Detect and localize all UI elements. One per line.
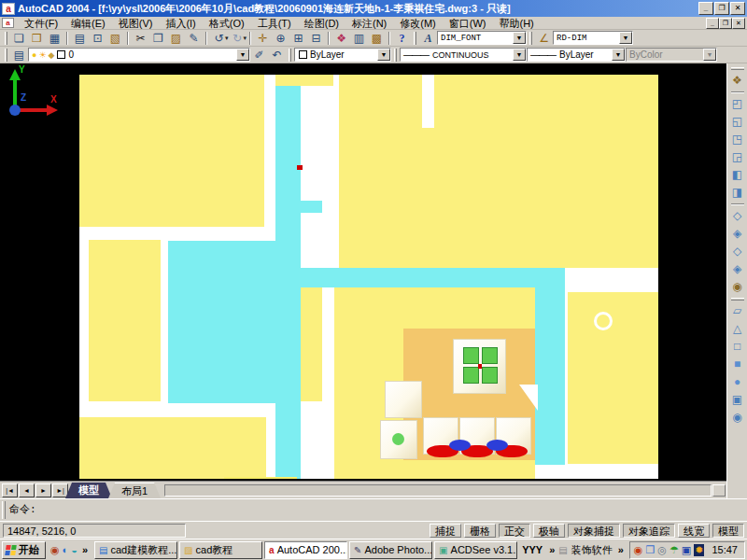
side-table[interactable] <box>380 420 417 459</box>
combo-arrow-icon[interactable]: ▼ <box>513 32 526 44</box>
doc-restore-button[interactable]: ❐ <box>719 18 732 29</box>
room-top-left[interactable] <box>79 75 264 227</box>
menu-draw[interactable]: 绘图(D) <box>298 17 345 30</box>
linetype-combo[interactable]: ——— CONTINUOUS ▼ <box>400 48 527 62</box>
open-icon[interactable]: ❒ <box>28 31 46 46</box>
named-views-icon[interactable]: ❖ <box>728 72 746 90</box>
paste-icon[interactable]: ▨ <box>167 31 185 46</box>
deco-toolbar-label[interactable]: 装饰软件 <box>570 543 614 557</box>
dim-style-combo[interactable]: RD-DIM ▼ <box>553 31 633 45</box>
view-sw-isometric-icon[interactable]: ◇ <box>728 207 746 225</box>
view-front-icon[interactable]: ◧ <box>728 166 746 184</box>
task-cad-modeling-tutorial[interactable]: ▤ cad建模教程... <box>94 541 177 559</box>
tray-1-icon[interactable]: ◉ <box>634 544 643 556</box>
color-control-combo[interactable]: ByLayer ▼ <box>294 48 391 62</box>
shade-flat-icon[interactable]: ■ <box>728 356 746 373</box>
room-bottom-left[interactable] <box>79 417 266 479</box>
task-autocad[interactable]: a AutoCAD 200... <box>264 541 347 559</box>
menu-modify[interactable]: 修改(M) <box>393 17 443 30</box>
toolbar-grip[interactable] <box>529 32 532 45</box>
lineweight-toggle[interactable]: 线宽 <box>678 524 710 538</box>
view-bottom-icon[interactable]: ◱ <box>728 113 746 131</box>
camera-icon[interactable]: ◉ <box>728 278 746 296</box>
cyan-strip-right[interactable] <box>535 287 565 465</box>
menu-view[interactable]: 视图(V) <box>112 17 160 30</box>
task-adobe-photoshop[interactable]: ✎ Adobe Photo... <box>349 541 432 559</box>
view-top-icon[interactable]: ◰ <box>728 95 746 113</box>
combo-arrow-icon[interactable]: ▼ <box>236 49 249 61</box>
shade-flat-edges-icon[interactable]: ▣ <box>728 391 746 409</box>
toolbar-grip[interactable] <box>394 49 397 62</box>
dim-style-icon[interactable]: ∠ <box>535 31 553 46</box>
chevron-icon[interactable]: » <box>80 544 90 555</box>
plot-icon[interactable]: ▤ <box>71 31 89 46</box>
model-space-toggle[interactable]: 模型 <box>712 524 744 538</box>
cyan-hall[interactable] <box>168 241 275 403</box>
tab-nav-next[interactable]: ► <box>35 483 51 497</box>
layer-on-bulb-icon[interactable]: ● <box>32 50 36 60</box>
shade-hidden-icon[interactable]: □ <box>728 338 746 356</box>
layer-manager-icon[interactable]: ▤ <box>10 48 28 63</box>
menu-dimension[interactable]: 标注(N) <box>345 17 393 30</box>
osnap-toggle[interactable]: 对象捕捉 <box>568 524 620 538</box>
task-cad-tutorial-folder[interactable]: ▨ cad教程 <box>179 541 262 559</box>
corridor-stub[interactable] <box>301 201 322 213</box>
command-window[interactable]: 命令: <box>0 498 747 521</box>
ortho-toggle[interactable]: 正交 <box>499 524 530 538</box>
combo-arrow-icon[interactable]: ▼ <box>612 49 625 61</box>
coordinate-display[interactable]: 14847, 5216, 0 <box>3 524 186 538</box>
toolbar-grip[interactable] <box>731 67 744 70</box>
menu-insert[interactable]: 插入(I) <box>159 17 202 30</box>
shade-3d-wireframe-icon[interactable]: △ <box>728 320 746 338</box>
room-mid-left[interactable] <box>89 240 161 401</box>
shade-gouraud-edges-icon[interactable]: ◉ <box>728 409 746 427</box>
drawing-document-icon[interactable]: a <box>2 18 14 28</box>
layer-combo[interactable]: ● ☀ ◆ 0 ▼ <box>28 48 250 62</box>
lineweight-combo[interactable]: ——— ByLayer ▼ <box>527 48 626 62</box>
redo-dropdown-arrow[interactable]: ▾ <box>244 35 247 42</box>
corridor-vertical[interactable] <box>275 86 301 479</box>
view-left-icon[interactable]: ◳ <box>728 131 746 148</box>
blue-cup[interactable] <box>486 440 508 451</box>
snap-toggle[interactable]: 捕捉 <box>430 524 461 538</box>
tab-nav-first[interactable]: |◄ <box>2 483 18 497</box>
chevron-icon[interactable]: » <box>547 544 557 555</box>
save-icon[interactable]: ▦ <box>46 31 63 46</box>
shade-2d-wireframe-icon[interactable]: ▱ <box>728 302 746 320</box>
pan-icon[interactable]: ✛ <box>254 31 272 46</box>
restore-button[interactable]: ❐ <box>714 2 729 15</box>
toolbar-grip[interactable] <box>414 32 416 45</box>
toolbar-grip[interactable] <box>289 49 291 62</box>
minimize-button[interactable]: _ <box>698 2 713 15</box>
tool-palettes-icon[interactable]: ▩ <box>368 31 386 46</box>
command-window-grip[interactable] <box>2 501 6 519</box>
layer-freeze-sun-icon[interactable]: ☀ <box>38 50 46 60</box>
tab-layout1[interactable]: 布局1 <box>108 483 161 498</box>
properties-icon[interactable]: ❖ <box>332 31 350 46</box>
view-right-icon[interactable]: ◲ <box>728 148 746 166</box>
start-button[interactable]: 开始 <box>2 541 46 559</box>
view-nw-isometric-icon[interactable]: ◈ <box>728 260 746 278</box>
taskbar-clock[interactable]: 15:47 <box>707 544 740 555</box>
chevron-icon[interactable]: » <box>616 544 626 555</box>
ceiling-lamp-circle[interactable] <box>594 312 613 330</box>
quick-launch-3-icon[interactable]: ◒ <box>71 544 78 555</box>
tray-6-icon[interactable]: ✹ <box>694 544 704 556</box>
match-properties-icon[interactable]: ✎ <box>185 31 203 46</box>
combo-arrow-icon[interactable]: ▼ <box>377 49 390 61</box>
menu-format[interactable]: 格式(O) <box>203 17 251 30</box>
grid-toggle[interactable]: 栅格 <box>464 524 496 538</box>
corridor-horizontal[interactable] <box>301 268 565 287</box>
designcenter-icon[interactable]: ▥ <box>350 31 368 46</box>
layer-previous-icon[interactable]: ↶ <box>268 48 286 63</box>
polar-toggle[interactable]: 极轴 <box>533 524 565 538</box>
shade-gouraud-icon[interactable]: ● <box>728 373 746 391</box>
horizontal-scrollbar[interactable] <box>164 484 712 497</box>
view-se-isometric-icon[interactable]: ◈ <box>728 225 746 243</box>
toolbar-grip[interactable] <box>5 49 7 62</box>
plot-preview-icon[interactable]: ⊡ <box>89 31 106 46</box>
tray-4-icon[interactable]: ☂ <box>669 544 679 556</box>
menu-window[interactable]: 窗口(W) <box>443 17 493 30</box>
copy-icon[interactable]: ❐ <box>149 31 167 46</box>
publish-icon[interactable]: ▧ <box>106 31 124 46</box>
